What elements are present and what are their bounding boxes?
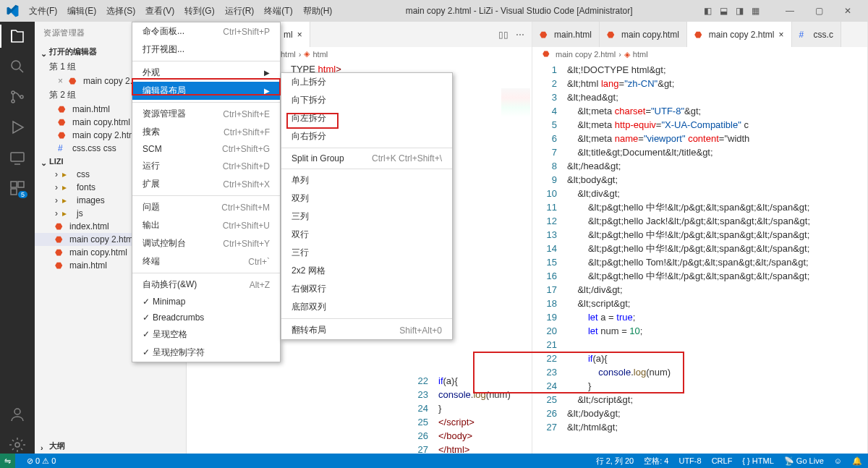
split-right[interactable]: 向右拆分 [281,127,452,145]
layout-bottom-icon[interactable]: ⬓ [718,5,729,17]
vscode-logo-icon [6,4,19,17]
menu-open-view[interactable]: 打开视图... [132,41,280,59]
menu-appearance[interactable]: 外观▶ [132,64,280,82]
svg-point-8 [14,409,20,414]
editor-group-right: ⬣main.html ⬣main copy.html ⬣main copy 2.… [532,22,868,454]
status-encoding[interactable]: UTF-8 [678,456,701,465]
status-position[interactable]: 行 2, 列 20 [596,456,634,467]
menu-command-palette[interactable]: 命令面板...Ctrl+Shift+P [132,22,280,41]
svg-point-0 [12,61,20,69]
svg-point-9 [15,443,20,447]
menu-problems[interactable]: 问题Ctrl+Shift+M [132,198,280,216]
split-left[interactable]: 向左拆分 [281,109,452,127]
tab-maincopy[interactable]: ⬣main copy.html [600,22,687,47]
gutter-right: 1234567891011121314151617181920212223242… [532,61,567,454]
status-errors[interactable]: ⊘ 0 ⚠ 0 [27,456,56,466]
layout-two-col[interactable]: 双列 [281,190,452,208]
window-title: main copy 2.html - LiZi - Visual Studio … [336,6,702,16]
menu-select[interactable]: 选择(S) [102,4,140,19]
status-language[interactable]: { } HTML [742,456,773,465]
menu-extensions[interactable]: 扩展Ctrl+Shift+X [132,175,280,193]
layout-single[interactable]: 单列 [281,171,452,190]
menu-scm[interactable]: SCMCtrl+Shift+G [132,141,280,157]
split-in-group[interactable]: Split in GroupCtrl+K Ctrl+Shift+\ [281,150,452,166]
menu-run[interactable]: 运行(R) [221,4,259,19]
status-eol[interactable]: CRLF [712,456,733,465]
menu-minimap[interactable]: ✓Minimap [132,294,280,310]
menu-editor-layout[interactable]: 编辑器布局▶ [132,82,280,100]
layout-left-icon[interactable]: ◧ [702,5,713,17]
layout-two-row[interactable]: 双行 [281,226,452,244]
svg-rect-6 [18,182,24,187]
menu-search[interactable]: 搜索Ctrl+Shift+F [132,123,280,141]
status-spaces[interactable]: 空格: 4 [644,456,668,467]
settings-gear-icon[interactable] [9,436,26,454]
svg-rect-7 [11,189,17,195]
menu-wordwrap[interactable]: 自动换行(&W)Alt+Z [132,276,280,294]
layout-right-icon[interactable]: ◨ [733,5,745,17]
svg-rect-5 [11,182,17,187]
menu-help[interactable]: 帮助(H) [299,4,337,19]
status-feedback-icon[interactable]: ☺ [834,456,842,465]
split-right-icon[interactable]: ▯▯ [498,30,509,40]
tab-main[interactable]: ⬣main.html [532,22,600,47]
menu-debugconsole[interactable]: 调试控制台Ctrl+Shift+Y [132,234,280,252]
menu-bar: 文件(F) 编辑(E) 选择(S) 查看(V) 转到(G) 运行(R) 终端(T… [25,4,336,19]
layout-three-row[interactable]: 三行 [281,244,452,262]
layout-grid-icon[interactable]: ▦ [749,5,761,17]
svg-point-2 [12,100,14,103]
tabs-right: ⬣main.html ⬣main copy.html ⬣main copy 2.… [532,22,867,47]
menu-terminal[interactable]: 终端(T) [260,4,297,19]
menu-explorer[interactable]: 资源管理器Ctrl+Shift+E [132,105,280,123]
remote-indicator[interactable]: ⇋ [0,454,15,468]
search-icon[interactable] [9,58,26,75]
svg-point-3 [20,95,23,98]
layout-bottom-twocol[interactable]: 底部双列 [281,298,452,316]
run-debug-icon[interactable] [9,119,26,136]
status-golive[interactable]: 📡 Go Live [784,456,824,466]
menu-run2[interactable]: 运行Ctrl+Shift+D [132,157,280,175]
svg-rect-4 [11,153,24,161]
menu-output[interactable]: 输出Ctrl+Shift+U [132,216,280,234]
activity-bar: 5 [0,22,35,454]
title-bar: 文件(F) 编辑(E) 选择(S) 查看(V) 转到(G) 运行(R) 终端(T… [0,0,868,22]
tab-left-active[interactable]: ml× [276,22,310,47]
maximize-button[interactable]: ▢ [804,0,833,22]
close-button[interactable]: ✕ [833,0,862,22]
menu-view[interactable]: 查看(V) [141,4,179,19]
editor-layout-submenu: 向上拆分 向下拆分 向左拆分 向右拆分 Split in GroupCtrl+K… [281,72,453,340]
menu-go[interactable]: 转到(G) [180,4,218,19]
extensions-badge: 5 [18,191,27,198]
more-icon[interactable]: ⋯ [516,30,524,40]
svg-point-1 [12,91,14,94]
menu-edit[interactable]: 编辑(E) [63,4,101,19]
minimap-left[interactable] [501,88,530,117]
breadcrumb-right[interactable]: ⬣main copy 2.html › ◈ html [532,47,867,61]
account-icon[interactable] [9,406,26,423]
source-control-icon[interactable] [9,88,26,106]
status-bell-icon[interactable]: 🔔 [852,456,862,466]
menu-whitespace[interactable]: ✓呈现空格 [132,326,280,344]
layout-right-tworow[interactable]: 右侧双行 [281,280,452,298]
outline-section[interactable]: ›大纲 [35,438,186,454]
tab-css[interactable]: #css.c [792,22,841,47]
layout-2x2[interactable]: 2x2 网格 [281,262,452,280]
minimize-button[interactable]: — [775,0,804,22]
explorer-icon[interactable] [9,27,26,45]
tab-maincopy2[interactable]: ⬣main copy 2.html× [687,22,792,47]
flip-layout[interactable]: 翻转布局Shift+Alt+0 [281,321,452,339]
menu-file[interactable]: 文件(F) [25,4,61,19]
menu-controlchars[interactable]: ✓呈现控制字符 [132,344,280,362]
code-right[interactable]: &lt;!DOCTYPE html&gt;&lt;html lang="zh-C… [567,61,867,454]
menu-terminal2[interactable]: 终端Ctrl+` [132,252,280,271]
menu-breadcrumbs[interactable]: ✓Breadcrumbs [132,310,280,326]
split-up[interactable]: 向上拆分 [281,73,452,91]
remote-icon[interactable] [9,149,26,166]
split-down[interactable]: 向下拆分 [281,91,452,109]
extensions-icon[interactable]: 5 [9,179,26,197]
view-menu-dropdown: 命令面板...Ctrl+Shift+P 打开视图... 外观▶ 编辑器布局▶ 资… [132,22,281,362]
layout-three-col[interactable]: 三列 [281,208,452,226]
